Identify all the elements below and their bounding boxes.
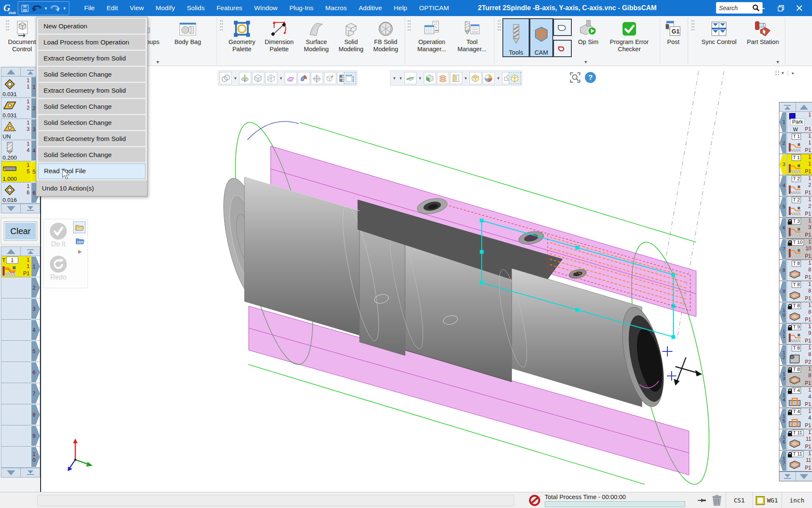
menu-additive[interactable]: Additive xyxy=(353,0,388,16)
process-tile-empty[interactable]: 7 xyxy=(1,383,40,404)
units-indicator[interactable]: inch xyxy=(782,492,812,508)
op-tile[interactable]: 7T 10110P1 xyxy=(779,239,812,260)
group-overflow-icon[interactable]: ▼ xyxy=(776,60,780,64)
body-bag-button[interactable]: Body Bag xyxy=(166,18,209,46)
dropdown-icon[interactable]: ▼ xyxy=(464,76,468,80)
undo-actions-summary[interactable]: Undo 10 Action(s) xyxy=(36,180,147,196)
op-tile[interactable]: 6T 313P1 xyxy=(779,218,812,239)
process-tab[interactable]: 9 xyxy=(31,425,40,446)
section-view-icon[interactable] xyxy=(239,72,251,84)
menu-help[interactable]: Help xyxy=(388,0,413,16)
tool-tile[interactable]: 160.0166 xyxy=(1,182,40,204)
tool-manager-button[interactable]: Tool Manager... xyxy=(453,18,491,52)
process-tile-empty[interactable]: 5 xyxy=(1,341,40,362)
op-tab[interactable]: 4 xyxy=(779,175,787,196)
op-tab[interactable]: 15 xyxy=(779,408,787,429)
op-tab[interactable]: 14 xyxy=(779,387,787,408)
op-tile[interactable]: 11T 919P1 xyxy=(779,323,812,345)
program-error-checker-button[interactable]: Program Error Checker xyxy=(606,18,653,52)
tool-tile[interactable]: 140.2004 xyxy=(1,140,40,161)
group-drag-handle[interactable] xyxy=(691,19,695,31)
save-icon[interactable] xyxy=(20,4,30,13)
workgroup-indicator[interactable]: WG1 xyxy=(752,492,782,508)
process-list-scroll-bottom-button[interactable] xyxy=(21,468,40,477)
process-list-scroll-down-button[interactable] xyxy=(1,468,21,477)
undo-menu-item[interactable]: Load Process from Operation xyxy=(38,35,145,50)
pin-icon[interactable] xyxy=(697,496,707,505)
tools-toggle-button[interactable]: Tools xyxy=(502,18,529,57)
cam-toggle-button[interactable]: CAM xyxy=(529,18,553,57)
dimension-palette-button[interactable]: Dimension Palette xyxy=(261,18,298,52)
group-drag-handle[interactable] xyxy=(497,19,501,31)
op-list-scroll-up-button[interactable] xyxy=(796,102,812,111)
op-tile[interactable]: 8T 818P1 xyxy=(779,260,812,281)
dropdown-icon[interactable]: ▼ xyxy=(418,76,422,80)
tool-tile[interactable]: 13UN3 xyxy=(1,119,40,140)
surface-display-icon[interactable] xyxy=(298,72,310,84)
menu-plug-ins[interactable]: Plug-Ins xyxy=(283,0,319,16)
wire-cube-yellow-icon[interactable] xyxy=(509,72,521,84)
part-station-button[interactable]: Part Station xyxy=(743,18,783,46)
process-tool-field[interactable]: 1 xyxy=(6,257,18,264)
undo-button[interactable] xyxy=(31,3,42,13)
viewport-3d-scene[interactable] xyxy=(41,66,812,492)
menu-macros[interactable]: Macros xyxy=(319,0,353,16)
op-list-scroll-down-button[interactable] xyxy=(796,472,812,481)
dots-grid-icon[interactable] xyxy=(775,71,780,76)
process-tile-empty[interactable]: 10 xyxy=(1,447,40,468)
document-control-button[interactable]: Document Control xyxy=(3,18,41,52)
op-tile[interactable]: 12T 818P2 xyxy=(779,345,812,366)
tool-tile[interactable]: 151.0005 xyxy=(1,161,40,182)
group-drag-handle[interactable] xyxy=(407,19,411,31)
op-tile[interactable]: 15T 414P1 xyxy=(779,408,812,429)
orient-sphere-icon[interactable] xyxy=(311,72,323,84)
help-icon[interactable]: ? xyxy=(584,71,597,84)
split-view-icon[interactable] xyxy=(450,72,462,84)
post-button[interactable]: G1 Post xyxy=(661,18,686,46)
overflow-expand-icon[interactable]: ▸ xyxy=(792,70,795,76)
process-tab[interactable]: 7 xyxy=(31,383,40,404)
op-tile[interactable]: 10T 818P1 xyxy=(779,302,812,323)
op-list-scroll-bottom-button[interactable] xyxy=(779,472,796,481)
coordinate-system-indicator[interactable]: CS1 xyxy=(726,492,752,508)
process-tab[interactable]: 6 xyxy=(31,362,40,383)
surface-modeling-button[interactable]: Surface Modeling xyxy=(299,18,334,52)
tool-tile[interactable]: 120.0312 xyxy=(1,98,40,119)
process-tile-empty[interactable]: 8 xyxy=(1,404,40,425)
op-tile[interactable]: 9T 818P1 xyxy=(779,281,812,302)
op-list-scroll-top-button[interactable] xyxy=(779,102,796,111)
undo-menu-item[interactable]: New Operation xyxy=(38,19,145,33)
op-sim-button[interactable]: Op Sim xyxy=(572,18,605,46)
layer-stack-icon[interactable] xyxy=(437,72,449,84)
undo-dropdown-icon[interactable]: ▼ xyxy=(44,6,48,11)
solid-modeling-button[interactable]: Solid Modeling xyxy=(334,18,368,52)
process-tab[interactable]: 8 xyxy=(31,404,40,425)
menu-features[interactable]: Features xyxy=(211,0,248,16)
op-tile[interactable]: 13T 818P1 xyxy=(779,366,812,387)
op-tab[interactable]: 8 xyxy=(779,260,787,281)
op-tab[interactable]: 13 xyxy=(779,366,787,387)
select-circles-icon[interactable] xyxy=(219,72,232,84)
face-select-icon[interactable] xyxy=(424,72,436,84)
process-tab[interactable]: 4 xyxy=(31,320,40,340)
dropdown-icon[interactable]: ▼ xyxy=(497,76,500,80)
tool-list-scroll-up-button[interactable] xyxy=(1,67,21,76)
menu-edit[interactable]: Edit xyxy=(101,0,124,16)
overflow-caret-icon[interactable]: ▾ xyxy=(782,70,784,76)
process-list-scroll-up-button[interactable] xyxy=(1,247,21,256)
undo-menu-item[interactable]: Solid Selection Change xyxy=(38,147,145,162)
cam-toolpath-option-icon[interactable] xyxy=(553,40,572,57)
process-tile-empty[interactable]: 2 xyxy=(1,277,40,298)
overflow-more-icon[interactable]: ⋮ xyxy=(786,70,790,76)
close-button[interactable] xyxy=(790,0,809,16)
op-tab[interactable]: 1 xyxy=(779,112,787,133)
op-tab[interactable]: 9 xyxy=(779,281,787,302)
undo-menu-item[interactable]: Extract Geometry from Solid xyxy=(38,83,145,98)
op-tab[interactable]: 2 xyxy=(779,133,787,154)
group-overflow-icon[interactable]: ▼ xyxy=(584,60,588,64)
undo-menu-item[interactable]: Solid Selection Change xyxy=(38,115,145,130)
op-tile[interactable]: 5T 212P1 xyxy=(779,196,812,218)
menu-modify[interactable]: Modify xyxy=(150,0,181,16)
fb-solid-modeling-button[interactable]: FB Solid Modeling xyxy=(368,18,403,52)
op-tab[interactable]: 5 xyxy=(779,196,787,217)
